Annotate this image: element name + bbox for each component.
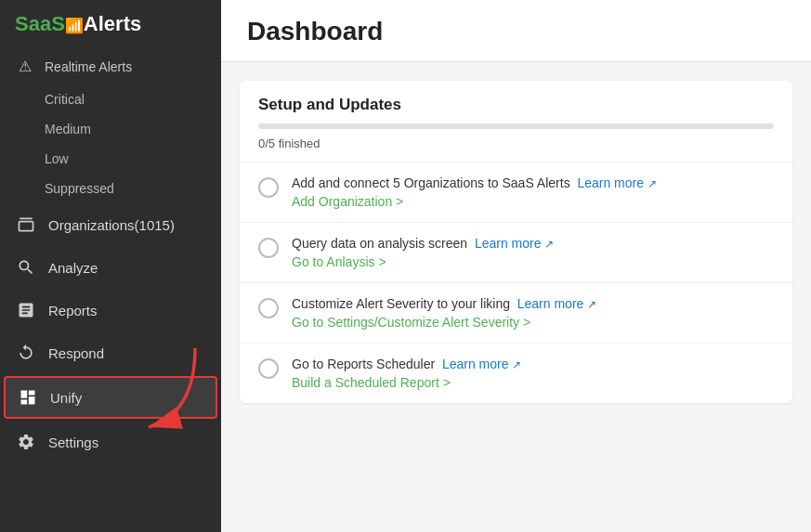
sidebar-item-unify[interactable]: Unify xyxy=(4,376,217,419)
analyze-icon xyxy=(15,258,37,277)
setup-item-3: Customize Alert Severity to your liking … xyxy=(240,282,792,343)
sidebar-item-organizations[interactable]: Organizations(1015) xyxy=(0,203,221,246)
setup-item-content-2: Query data on analysis screen Learn more… xyxy=(292,236,774,269)
setup-learn-more-3[interactable]: Learn more ↗ xyxy=(517,296,596,311)
setup-item-text-3: Customize Alert Severity to your liking … xyxy=(292,296,774,311)
setup-heading: Setup and Updates xyxy=(240,81,792,123)
progress-bar-container xyxy=(258,123,774,129)
setup-learn-more-2[interactable]: Learn more ↗ xyxy=(475,236,554,251)
setup-radio-2[interactable] xyxy=(258,238,279,258)
main-body: Setup and Updates 0/5 finished Add and c… xyxy=(221,62,811,532)
setup-text-3: Customize Alert Severity to your liking xyxy=(292,296,510,311)
setup-item-text-2: Query data on analysis screen Learn more… xyxy=(292,236,774,251)
sidebar-item-settings-label: Settings xyxy=(48,435,98,450)
sidebar-item-reports-label: Reports xyxy=(48,303,98,318)
logo-saas: SaaS xyxy=(15,12,65,35)
sidebar-item-realtime-alerts[interactable]: ⚠ Realtime Alerts xyxy=(0,48,221,84)
setup-radio-1[interactable] xyxy=(258,177,279,198)
sidebar-item-organizations-label: Organizations(1015) xyxy=(48,217,175,233)
unify-icon xyxy=(17,388,39,407)
setup-text-1: Add and connect 5 Organizations to SaaS … xyxy=(292,175,570,190)
setup-action-3[interactable]: Go to Settings/Customize Alert Severity … xyxy=(292,315,774,330)
setup-item-2: Query data on analysis screen Learn more… xyxy=(240,222,792,282)
setup-card: Setup and Updates 0/5 finished Add and c… xyxy=(240,81,792,403)
sidebar-item-low[interactable]: Low xyxy=(0,144,221,174)
wifi-icon: 📶 xyxy=(65,18,84,33)
sidebar-item-medium[interactable]: Medium xyxy=(0,114,221,144)
setup-item-content-4: Go to Reports Scheduler Learn more ↗ Bui… xyxy=(292,357,774,390)
setup-action-2[interactable]: Go to Anlaysis > xyxy=(292,254,774,269)
external-link-icon-2: ↗ xyxy=(544,238,554,251)
alert-icon: ⚠ xyxy=(15,58,35,75)
settings-icon xyxy=(15,433,37,451)
sidebar-realtime-label: Realtime Alerts xyxy=(45,59,132,74)
setup-text-4: Go to Reports Scheduler xyxy=(292,357,435,371)
sidebar: SaaS📶Alerts ⚠ Realtime Alerts Critical M… xyxy=(0,0,221,532)
organizations-icon xyxy=(15,215,37,234)
respond-icon xyxy=(15,344,37,362)
setup-item-1: Add and connect 5 Organizations to SaaS … xyxy=(240,162,792,222)
sidebar-item-analyze[interactable]: Analyze xyxy=(0,246,221,289)
external-link-icon-1: ↗ xyxy=(647,177,657,190)
sidebar-item-settings[interactable]: Settings xyxy=(0,421,221,463)
logo-alerts: Alerts xyxy=(84,12,141,35)
setup-learn-more-4[interactable]: Learn more ↗ xyxy=(442,357,521,371)
setup-action-1[interactable]: Add Organization > xyxy=(292,194,774,209)
external-link-icon-3: ↗ xyxy=(587,298,596,311)
sidebar-nav: ⚠ Realtime Alerts Critical Medium Low Su… xyxy=(0,48,221,532)
setup-item-content-1: Add and connect 5 Organizations to SaaS … xyxy=(292,175,774,209)
sidebar-item-analyze-label: Analyze xyxy=(48,260,98,276)
sidebar-item-reports[interactable]: Reports xyxy=(0,289,221,331)
sidebar-item-critical[interactable]: Critical xyxy=(0,84,221,114)
page-title: Dashboard xyxy=(247,17,785,46)
setup-action-4[interactable]: Build a Scheduled Report > xyxy=(292,375,774,390)
sidebar-item-respond-label: Respond xyxy=(48,345,104,361)
sidebar-item-unify-label: Unify xyxy=(50,390,82,406)
sidebar-item-suppressed[interactable]: Suppressed xyxy=(0,174,221,203)
sidebar-item-respond[interactable]: Respond xyxy=(0,331,221,374)
setup-radio-4[interactable] xyxy=(258,358,279,379)
setup-item-content-3: Customize Alert Severity to your liking … xyxy=(292,296,774,330)
main-header: Dashboard xyxy=(221,0,811,62)
setup-radio-3[interactable] xyxy=(258,298,279,318)
reports-icon xyxy=(15,301,37,319)
setup-item-4: Go to Reports Scheduler Learn more ↗ Bui… xyxy=(240,343,792,403)
logo: SaaS📶Alerts xyxy=(0,0,221,48)
main-content: Dashboard Setup and Updates 0/5 finished… xyxy=(221,0,811,532)
setup-item-text-4: Go to Reports Scheduler Learn more ↗ xyxy=(292,357,774,371)
setup-learn-more-1[interactable]: Learn more ↗ xyxy=(577,175,656,190)
external-link-icon-4: ↗ xyxy=(512,358,521,371)
progress-label: 0/5 finished xyxy=(240,136,792,162)
setup-text-2: Query data on analysis screen xyxy=(292,236,467,251)
setup-item-text-1: Add and connect 5 Organizations to SaaS … xyxy=(292,175,774,190)
